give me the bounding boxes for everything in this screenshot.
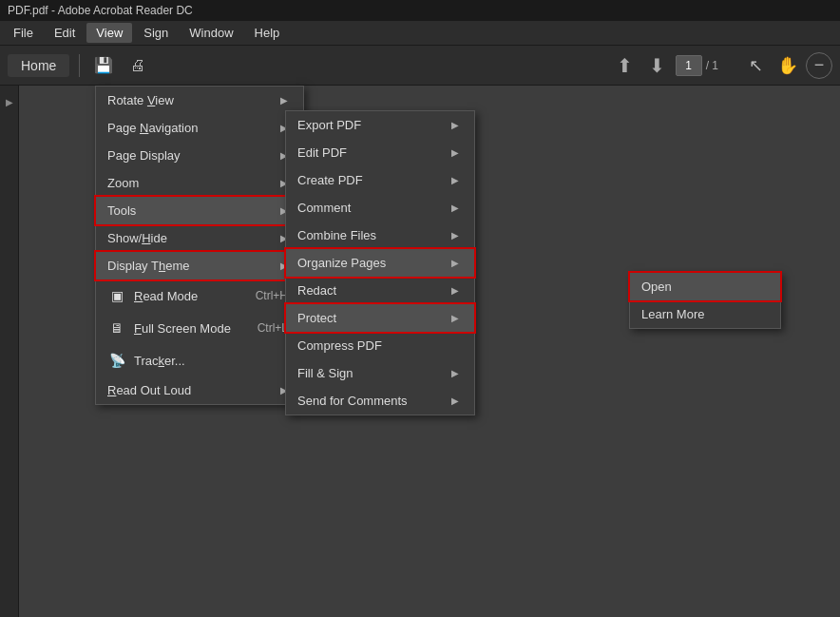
view-zoom[interactable]: Zoom ▶ <box>96 169 303 197</box>
organize-open[interactable]: Open <box>630 273 780 300</box>
menu-view[interactable]: View <box>86 23 132 43</box>
menu-bar: File Edit View Sign Window Help <box>0 21 840 46</box>
view-show-hide[interactable]: Show/Hide ▶ <box>96 224 303 252</box>
print-button[interactable]: 🖨 <box>124 51 152 80</box>
create-pdf-label: Create PDF <box>297 173 363 187</box>
tools-create-pdf[interactable]: Create PDF ▶ <box>286 166 474 194</box>
title-bar: PDF.pdf - Adobe Acrobat Reader DC <box>0 0 840 21</box>
tools-protect[interactable]: Protect ▶ <box>286 304 474 332</box>
read-mode-left: ▣ Read Mode <box>107 286 198 305</box>
tools-export-pdf[interactable]: Export PDF ▶ <box>286 111 474 139</box>
combine-files-chevron: ▶ <box>451 230 459 241</box>
protect-label: Protect <box>297 311 336 325</box>
sidebar-expand-arrow[interactable]: ▶ <box>6 97 13 107</box>
organize-learn-more[interactable]: Learn More <box>630 300 780 328</box>
rotate-view-chevron: ▶ <box>280 95 288 106</box>
menu-sign[interactable]: Sign <box>134 23 178 43</box>
tools-edit-pdf[interactable]: Edit PDF ▶ <box>286 139 474 166</box>
view-rotate-view[interactable]: Rotate View ▶ <box>96 87 303 114</box>
menu-file[interactable]: File <box>4 23 43 43</box>
organize-pages-chevron: ▶ <box>451 258 459 268</box>
tools-submenu: Export PDF ▶ Edit PDF ▶ Create PDF ▶ Com… <box>285 110 475 415</box>
select-tool-button[interactable]: ↖ <box>741 51 770 80</box>
hand-tool-button[interactable]: ✋ <box>773 51 802 80</box>
save-button[interactable]: 💾 <box>89 51 118 80</box>
full-screen-shortcut: Ctrl+L <box>239 321 288 335</box>
fill-sign-chevron: ▶ <box>451 368 459 378</box>
read-out-loud-label: Read Out Loud <box>107 383 191 397</box>
send-comments-label: Send for Comments <box>297 394 408 408</box>
page-number-input[interactable] <box>676 55 702 76</box>
content-area: Rotate View ▶ Page Navigation ▶ Page Dis… <box>19 86 840 617</box>
read-mode-label: Read Mode <box>134 289 198 303</box>
menu-help[interactable]: Help <box>245 23 290 43</box>
redact-label: Redact <box>297 283 336 298</box>
edit-pdf-label: Edit PDF <box>297 145 347 160</box>
view-menu-dropdown: Rotate View ▶ Page Navigation ▶ Page Dis… <box>95 86 304 405</box>
rotate-view-label: Rotate View <box>107 93 174 107</box>
title-text: PDF.pdf - Adobe Acrobat Reader DC <box>8 4 193 17</box>
show-hide-label: Show/Hide <box>107 231 167 245</box>
full-screen-left: 🖥 Full Screen Mode <box>107 318 231 337</box>
tracker-left: 📡 Tracker... <box>107 351 185 370</box>
menu-edit[interactable]: Edit <box>45 23 85 43</box>
main-area: ▶ Rotate View ▶ Page Navigation ▶ Page D… <box>0 86 840 617</box>
view-page-display[interactable]: Page Display ▶ <box>96 142 303 169</box>
tools-combine-files[interactable]: Combine Files ▶ <box>286 222 474 249</box>
home-tab[interactable]: Home <box>8 54 69 77</box>
open-label: Open <box>641 280 672 294</box>
tracker-label: Tracker... <box>134 354 185 368</box>
view-full-screen[interactable]: 🖥 Full Screen Mode Ctrl+L <box>96 312 303 344</box>
tools-compress-pdf[interactable]: Compress PDF <box>286 332 474 359</box>
next-page-button[interactable]: ⬇ <box>643 51 672 80</box>
fill-sign-label: Fill & Sign <box>297 366 353 380</box>
organize-submenu: Open Learn More <box>629 272 781 329</box>
tools-label: Tools <box>107 203 136 218</box>
tools-comment[interactable]: Comment ▶ <box>286 194 474 222</box>
zoom-out-button[interactable]: − <box>806 52 832 79</box>
export-pdf-chevron: ▶ <box>451 120 459 130</box>
protect-chevron: ▶ <box>451 313 459 323</box>
edit-pdf-chevron: ▶ <box>451 147 459 158</box>
read-mode-shortcut: Ctrl+H <box>237 289 288 302</box>
comment-chevron: ▶ <box>451 202 459 213</box>
display-theme-label: Display Theme <box>107 259 189 273</box>
redact-chevron: ▶ <box>451 285 459 296</box>
full-screen-icon: 🖥 <box>107 318 126 337</box>
tools-organize-pages[interactable]: Organize Pages ▶ <box>286 249 474 277</box>
read-mode-icon: ▣ <box>107 286 126 305</box>
create-pdf-chevron: ▶ <box>451 175 459 185</box>
view-read-out-loud[interactable]: Read Out Loud ▶ <box>96 376 303 404</box>
comment-label: Comment <box>297 201 351 215</box>
export-pdf-label: Export PDF <box>297 118 361 132</box>
view-page-navigation[interactable]: Page Navigation ▶ <box>96 114 303 142</box>
tools-redact[interactable]: Redact ▶ <box>286 277 474 304</box>
page-total: / 1 <box>706 59 718 72</box>
learn-more-label: Learn More <box>641 307 704 321</box>
tools-send-for-comments[interactable]: Send for Comments ▶ <box>286 387 474 415</box>
tracker-icon: 📡 <box>107 351 126 370</box>
zoom-label: Zoom <box>107 176 139 190</box>
left-sidebar: ▶ <box>0 86 19 617</box>
compress-pdf-label: Compress PDF <box>297 338 382 353</box>
send-comments-chevron: ▶ <box>451 395 459 406</box>
tools-fill-sign[interactable]: Fill & Sign ▶ <box>286 359 474 387</box>
toolbar: Home 💾 🖨 ⬆ ⬇ / 1 ↖ ✋ − <box>0 46 840 86</box>
full-screen-label: Full Screen Mode <box>134 321 231 336</box>
view-read-mode[interactable]: ▣ Read Mode Ctrl+H <box>96 280 303 312</box>
page-navigation-label: Page Navigation <box>107 121 198 135</box>
view-tracker[interactable]: 📡 Tracker... <box>96 344 303 376</box>
page-display-label: Page Display <box>107 148 181 163</box>
view-display-theme[interactable]: Display Theme ▶ <box>96 252 303 280</box>
prev-page-button[interactable]: ⬆ <box>611 51 640 80</box>
view-tools[interactable]: Tools ▶ <box>96 197 303 224</box>
combine-files-label: Combine Files <box>297 228 376 242</box>
menu-window[interactable]: Window <box>180 23 242 43</box>
page-navigation: ⬆ ⬇ / 1 ↖ ✋ − <box>611 51 832 80</box>
toolbar-separator-1 <box>79 54 80 77</box>
organize-pages-label: Organize Pages <box>297 256 386 270</box>
